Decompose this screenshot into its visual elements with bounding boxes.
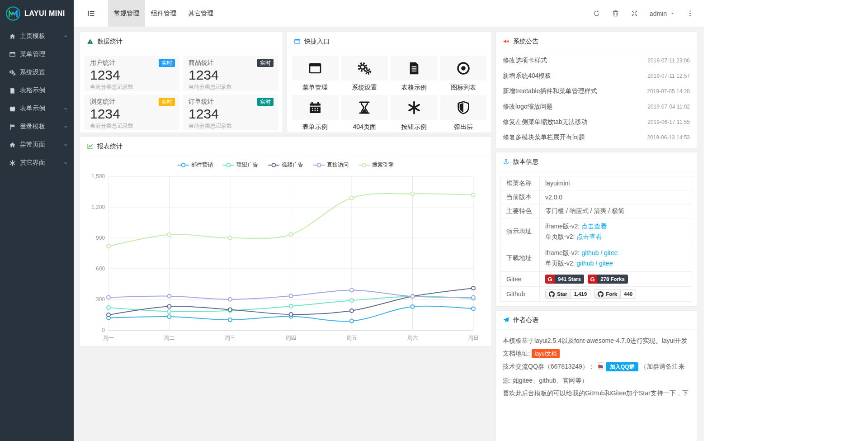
quick-entry-item[interactable]: 弹出层 xyxy=(440,95,487,133)
version-link[interactable]: 点击查看 xyxy=(576,233,602,240)
legend-item[interactable]: 联盟广告 xyxy=(223,161,258,169)
quick-entry-item[interactable]: 菜单管理 xyxy=(292,56,339,93)
logo[interactable]: LAYUI MINI xyxy=(0,0,74,27)
card-title: 版本信息 xyxy=(513,158,538,166)
version-row-label: 演示地址 xyxy=(501,218,540,245)
announcement-item[interactable]: 新增系统404模板2019-07-11 12:57 xyxy=(503,68,690,84)
data-stats-card: 数据统计 用户统计实时1234当前分类总记录数商品统计实时1234当前分类总记录… xyxy=(80,32,283,133)
chevron-down-icon xyxy=(63,142,68,147)
announcement-item[interactable]: 修复多模块菜单栏展开有问题2019-06-13 14:53 xyxy=(503,130,690,145)
clear-cache-button[interactable] xyxy=(606,0,625,27)
user-menu[interactable]: admin xyxy=(644,0,680,27)
refresh-button[interactable] xyxy=(587,0,606,27)
sidebar-item[interactable]: 异常页面 xyxy=(0,136,74,154)
version-row-label: Gitee xyxy=(501,272,540,287)
quick-entry-grid: 菜单管理系统设置表格示例图标列表表单示例404页面按钮示例弹出层 xyxy=(287,51,491,137)
sidebar-item[interactable]: 表单示例 xyxy=(0,100,74,118)
version-link[interactable]: 点击查看 xyxy=(581,223,607,230)
chevron-down-icon xyxy=(63,161,68,166)
stat-caption: 当前分类总记录数 xyxy=(189,83,273,91)
fullscreen-button[interactable] xyxy=(625,0,644,27)
version-link-line: 单页版-v2: 点击查看 xyxy=(545,232,686,242)
quick-entry-item[interactable]: 表单示例 xyxy=(292,95,339,133)
svg-text:周日: 周日 xyxy=(468,335,479,341)
gitee-logo-icon: G xyxy=(545,275,555,284)
github-badge[interactable]: Fork440 xyxy=(594,289,636,299)
sidebar-item[interactable]: 其它界面 xyxy=(0,154,74,172)
announcement-item[interactable]: 新增treetable插件和菜单管理样式2019-07-05 14:28 xyxy=(503,84,690,99)
sidebar-item-label: 登录模板 xyxy=(20,123,45,131)
version-row-value: iframe版-v2: github / gitee单页版-v2: github… xyxy=(540,245,692,272)
quick-entry-item[interactable]: 表格示例 xyxy=(391,56,438,93)
sidebar: LAYUI MINI 主页模板菜单管理系统设置表格示例表单示例登录模板异常页面其… xyxy=(0,0,74,441)
sidebar-item-label: 表格示例 xyxy=(20,86,45,95)
stat-badge: 实时 xyxy=(257,59,274,67)
sidebar-item[interactable]: 菜单管理 xyxy=(0,45,74,63)
author-paragraph: 喜欢此后台模板的可以给我的GitHub和Gitee加个Star支持一下，下 xyxy=(503,387,690,399)
github-badge-label: Star xyxy=(545,289,571,299)
announcement-text: 修复左侧菜单缩放tab无法移动 xyxy=(503,118,587,126)
announcement-item[interactable]: 修复左侧菜单缩放tab无法移动2019-06-17 11:55 xyxy=(503,114,690,130)
paper-plane-icon xyxy=(503,317,509,323)
sidebar-item[interactable]: 表格示例 xyxy=(0,81,74,100)
join-qq-badge[interactable]: 加入QQ群 xyxy=(606,362,639,371)
quick-entry-label: 按钮示例 xyxy=(391,123,438,131)
svg-text:周一: 周一 xyxy=(103,335,114,341)
announcement-item[interactable]: 修改logo缩放问题2019-07-04 11:02 xyxy=(503,99,690,114)
gitee-badge[interactable]: G278 Forks xyxy=(588,275,628,284)
version-link[interactable]: github xyxy=(581,249,599,256)
nav-tab[interactable]: 组件管理 xyxy=(145,0,182,27)
legend-marker-icon xyxy=(313,162,325,168)
quick-entry-item[interactable]: 404页面 xyxy=(341,95,388,133)
version-row-value: iframe版-v2: 点击查看单页版-v2: 点击查看 xyxy=(540,218,692,245)
sidebar-item[interactable]: 系统设置 xyxy=(0,63,74,81)
card-title: 快捷入口 xyxy=(304,38,330,46)
version-table: 框架名称layuimini当前版本v2.0.0主要特色零门槛 / 响应式 / 清… xyxy=(500,176,692,302)
quick-entry-item[interactable]: 图标列表 xyxy=(440,56,487,93)
version-table-body: 框架名称layuimini当前版本v2.0.0主要特色零门槛 / 响应式 / 清… xyxy=(501,176,692,302)
legend-item[interactable]: 直接访问 xyxy=(313,161,349,169)
version-link[interactable]: gitee xyxy=(604,249,618,256)
gitee-badge-label: 278 Forks xyxy=(597,275,628,284)
file-text-icon xyxy=(391,56,438,81)
chart-legend: 邮件营销联盟广告视频广告直接访问搜索引擎 xyxy=(80,156,491,168)
github-badge[interactable]: Star1,419 xyxy=(545,289,590,299)
home-icon xyxy=(9,141,16,148)
gitee-badge[interactable]: G941 Stars xyxy=(545,275,584,284)
announcement-date: 2019-07-04 11:02 xyxy=(647,104,690,110)
sidebar-item[interactable]: 主页模板 xyxy=(0,27,74,45)
author-card: 作者心语 本模板基于layui2.5.4以及font-awesome-4.7.0… xyxy=(495,310,697,441)
stat-value: 1234 xyxy=(189,67,273,83)
quick-entry-label: 表单示例 xyxy=(292,123,339,131)
calendar-icon xyxy=(9,105,16,112)
file-text-icon xyxy=(9,87,16,94)
header-actions: admin xyxy=(587,0,704,27)
legend-item[interactable]: 邮件营销 xyxy=(178,161,213,169)
nav-tab[interactable]: 其它管理 xyxy=(182,0,219,27)
sidebar-item[interactable]: 登录模板 xyxy=(0,118,74,136)
quick-entry-item[interactable]: 系统设置 xyxy=(341,56,388,93)
stat-box: 浏览统计实时1234当前分类总记录数 xyxy=(85,95,179,130)
anchor-icon xyxy=(503,158,509,165)
announcement-item[interactable]: 修改选项卡样式2019-07-11 23:06 xyxy=(503,53,690,68)
svg-text:900: 900 xyxy=(96,235,105,241)
layui-docs-badge[interactable]: layui文档 xyxy=(532,349,560,358)
svg-text:周四: 周四 xyxy=(286,335,297,341)
hourglass-icon xyxy=(341,95,388,120)
sidebar-item-label: 异常页面 xyxy=(20,141,45,149)
sidebar-item-label: 表单示例 xyxy=(20,104,45,113)
more-menu-button[interactable] xyxy=(680,0,699,27)
version-link[interactable]: github xyxy=(576,260,594,267)
version-link[interactable]: gitee xyxy=(599,260,613,267)
legend-item[interactable]: 视频广告 xyxy=(268,161,303,169)
legend-marker-icon xyxy=(359,162,370,168)
announcement-text: 修改logo缩放问题 xyxy=(503,103,552,111)
menu-fold-button[interactable] xyxy=(74,0,108,27)
announcement-text: 修改选项卡样式 xyxy=(503,57,547,65)
legend-item[interactable]: 搜索引擎 xyxy=(359,161,394,169)
svg-text:1,200: 1,200 xyxy=(91,204,105,210)
quick-entry-item[interactable]: 按钮示例 xyxy=(391,95,438,133)
legend-label: 邮件营销 xyxy=(191,161,213,169)
stat-badge: 实时 xyxy=(159,59,175,67)
nav-tab[interactable]: 常规管理 xyxy=(108,0,145,27)
